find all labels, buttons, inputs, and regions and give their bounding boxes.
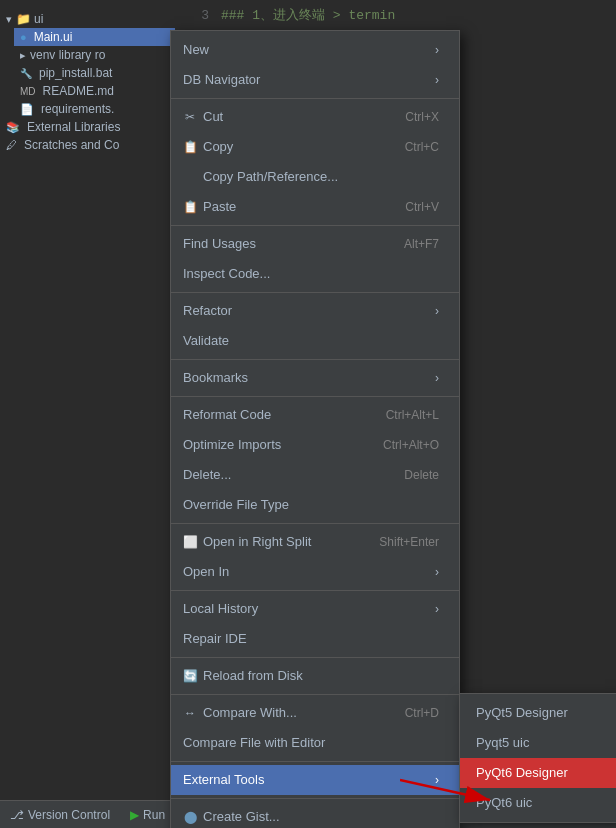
tree-item-readme[interactable]: MD README.md — [14, 82, 175, 100]
tree-item-requirements[interactable]: 📄 requirements. — [14, 100, 175, 118]
paste-icon: 📋 — [183, 196, 197, 218]
separator-4 — [171, 359, 459, 360]
status-version-control[interactable]: ⎇ Version Control — [10, 808, 110, 822]
tree-item-scratches[interactable]: 🖊 Scratches and Co — [0, 136, 175, 154]
paste-shortcut: Ctrl+V — [405, 196, 439, 218]
menu-item-reload-label: Reload from Disk — [203, 665, 303, 687]
menu-item-copy-path-label: Copy Path/Reference... — [203, 166, 338, 188]
submenu-item-pyqt5-uic[interactable]: Pyqt5 uic — [460, 728, 616, 758]
pyqt5-designer-label: PyQt5 Designer — [476, 702, 568, 724]
tree-item-main-ui[interactable]: ● Main.ui — [14, 28, 175, 46]
menu-item-reformat-label: Reformat Code — [183, 404, 271, 426]
menu-item-new[interactable]: New › — [171, 35, 459, 65]
separator-7 — [171, 590, 459, 591]
ext-lib-label: External Libraries — [27, 120, 120, 134]
menu-item-local-history-label: Local History — [183, 598, 258, 620]
menu-item-bookmarks[interactable]: Bookmarks › — [171, 363, 459, 393]
separator-2 — [171, 225, 459, 226]
menu-item-repair-ide[interactable]: Repair IDE — [171, 624, 459, 654]
run-icon: ▶ — [130, 808, 139, 822]
req-file-icon: 📄 — [20, 103, 34, 116]
menu-item-validate[interactable]: Validate — [171, 326, 459, 356]
tree-item-venv[interactable]: ▸ venv library ro — [14, 46, 175, 64]
menu-item-override-label: Override File Type — [183, 494, 289, 516]
menu-item-copy-path[interactable]: Copy Path/Reference... — [171, 162, 459, 192]
menu-item-bookmarks-label: Bookmarks — [183, 367, 248, 389]
menu-item-override-file[interactable]: Override File Type — [171, 490, 459, 520]
reload-icon: 🔄 — [183, 665, 197, 687]
menu-item-reformat[interactable]: Reformat Code Ctrl+Alt+L — [171, 400, 459, 430]
separator-3 — [171, 292, 459, 293]
open-right-shortcut: Shift+Enter — [379, 531, 439, 553]
external-tools-submenu: PyQt5 Designer Pyqt5 uic PyQt6 Designer … — [459, 693, 616, 823]
submenu-item-pyqt6-designer[interactable]: PyQt6 Designer — [460, 758, 616, 788]
status-run[interactable]: ▶ Run — [130, 808, 165, 822]
file-tree: ▾ 📁 ui ● Main.ui ▸ venv library ro 🔧 pip… — [0, 0, 175, 828]
scratches-label: Scratches and Co — [24, 138, 119, 152]
menu-item-optimize[interactable]: Optimize Imports Ctrl+Alt+O — [171, 430, 459, 460]
menu-item-open-right[interactable]: ⬜ Open in Right Split Shift+Enter — [171, 527, 459, 557]
menu-item-external-tools[interactable]: External Tools › — [171, 765, 459, 795]
file-ui-icon: ● — [20, 31, 27, 43]
separator-5 — [171, 396, 459, 397]
tree-item-text: ui — [34, 12, 43, 26]
menu-item-find-usages[interactable]: Find Usages Alt+F7 — [171, 229, 459, 259]
separator-6 — [171, 523, 459, 524]
bat-file-icon: 🔧 — [20, 68, 32, 79]
submenu-arrow-open-in: › — [435, 561, 439, 583]
optimize-shortcut: Ctrl+Alt+O — [383, 434, 439, 456]
menu-item-compare-file-label: Compare File with Editor — [183, 732, 325, 754]
menu-item-inspect-code[interactable]: Inspect Code... — [171, 259, 459, 289]
pip-label: pip_install.bat — [39, 66, 112, 80]
separator-10 — [171, 761, 459, 762]
copy-shortcut: Ctrl+C — [405, 136, 439, 158]
readme-label: README.md — [43, 84, 114, 98]
reformat-shortcut: Ctrl+Alt+L — [386, 404, 439, 426]
menu-item-local-history[interactable]: Local History › — [171, 594, 459, 624]
cut-icon: ✂ — [183, 106, 197, 128]
menu-item-compare-with[interactable]: ↔ Compare With... Ctrl+D — [171, 698, 459, 728]
menu-item-create-gist[interactable]: ⬤ Create Gist... — [171, 802, 459, 828]
menu-item-paste[interactable]: 📋 Paste Ctrl+V — [171, 192, 459, 222]
menu-item-cut-label: Cut — [203, 106, 223, 128]
menu-item-validate-label: Validate — [183, 330, 229, 352]
ext-lib-icon: 📚 — [6, 121, 20, 134]
tree-item-label: 📁 — [16, 12, 31, 26]
compare-icon: ↔ — [183, 702, 197, 724]
separator-8 — [171, 657, 459, 658]
menu-item-refactor[interactable]: Refactor › — [171, 296, 459, 326]
menu-item-compare-file[interactable]: Compare File with Editor — [171, 728, 459, 758]
cut-shortcut: Ctrl+X — [405, 106, 439, 128]
menu-item-delete[interactable]: Delete... Delete — [171, 460, 459, 490]
menu-item-optimize-label: Optimize Imports — [183, 434, 281, 456]
submenu-arrow-bookmarks: › — [435, 367, 439, 389]
version-control-label: Version Control — [28, 808, 110, 822]
find-shortcut: Alt+F7 — [404, 233, 439, 255]
menu-item-open-in[interactable]: Open In › — [171, 557, 459, 587]
separator-1 — [171, 98, 459, 99]
submenu-item-pyqt5-designer[interactable]: PyQt5 Designer — [460, 698, 616, 728]
tree-item-ui[interactable]: ▾ 📁 ui — [0, 10, 175, 28]
menu-item-refactor-label: Refactor — [183, 300, 232, 322]
menu-item-repair-label: Repair IDE — [183, 628, 247, 650]
menu-item-inspect-label: Inspect Code... — [183, 263, 270, 285]
menu-item-delete-label: Delete... — [183, 464, 231, 486]
pyqt6-uic-label: PyQt6 uic — [476, 792, 532, 814]
menu-item-db-navigator[interactable]: DB Navigator › — [171, 65, 459, 95]
menu-item-create-gist-label: Create Gist... — [203, 806, 280, 828]
folder-icon: ▸ — [20, 49, 26, 62]
line-number: 3 — [185, 6, 209, 26]
submenu-item-pyqt6-uic[interactable]: PyQt6 uic — [460, 788, 616, 818]
menu-item-compare-label: Compare With... — [203, 702, 297, 724]
version-control-icon: ⎇ — [10, 808, 24, 822]
gist-icon: ⬤ — [183, 806, 197, 828]
menu-item-paste-label: Paste — [203, 196, 236, 218]
menu-item-reload[interactable]: 🔄 Reload from Disk — [171, 661, 459, 691]
menu-item-external-tools-label: External Tools — [183, 769, 264, 791]
menu-item-cut[interactable]: ✂ Cut Ctrl+X — [171, 102, 459, 132]
tree-item-pip[interactable]: 🔧 pip_install.bat — [14, 64, 175, 82]
submenu-arrow-new: › — [435, 39, 439, 61]
md-file-icon: MD — [20, 86, 36, 97]
menu-item-copy[interactable]: 📋 Copy Ctrl+C — [171, 132, 459, 162]
tree-item-external-libs[interactable]: 📚 External Libraries — [0, 118, 175, 136]
